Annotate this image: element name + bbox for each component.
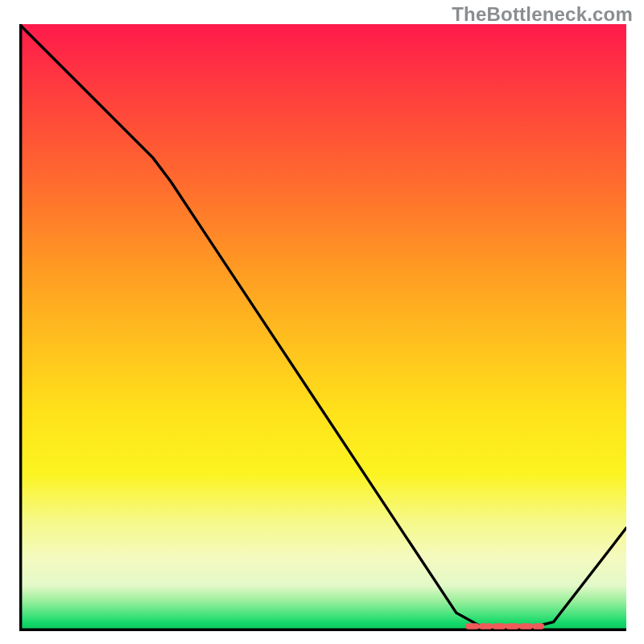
plot-area [19, 24, 626, 631]
chart-container: TheBottleneck.com [0, 0, 644, 644]
background-gradient [19, 24, 626, 631]
watermark-text: TheBottleneck.com [452, 3, 633, 26]
